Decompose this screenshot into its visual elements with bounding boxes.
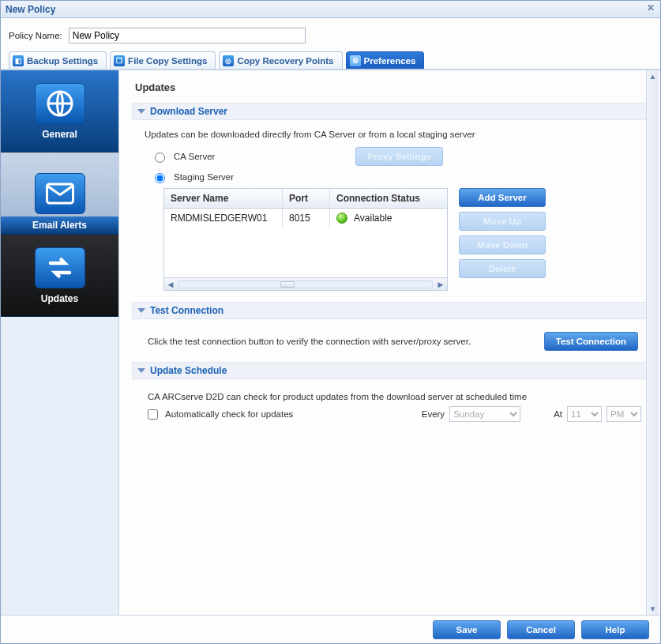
disk-icon: ◧	[13, 55, 24, 66]
tabbar: ◧ Backup Settings ❐ File Copy Settings ◎…	[1, 51, 660, 70]
scroll-down-icon[interactable]: ▼	[647, 604, 659, 613]
file-icon: ❐	[114, 55, 125, 66]
radio-staging-server[interactable]	[155, 173, 165, 183]
radio-label: Staging Server	[174, 172, 234, 182]
policy-name-row: Policy Name:	[1, 18, 660, 51]
status-ok-icon	[336, 213, 347, 224]
tab-label: Copy Recovery Points	[237, 56, 333, 66]
auto-check-updates-checkbox[interactable]	[148, 409, 158, 420]
add-server-button[interactable]: Add Server	[459, 188, 546, 207]
help-button[interactable]: Help	[581, 620, 649, 639]
tab-copy-recovery-points[interactable]: ◎ Copy Recovery Points	[219, 51, 342, 69]
scroll-right-icon[interactable]: ►	[434, 280, 447, 289]
move-up-button: Move Up	[459, 212, 546, 231]
tab-backup-settings[interactable]: ◧ Backup Settings	[9, 51, 107, 69]
table-horizontal-scrollbar[interactable]: ◄ ►	[164, 277, 447, 290]
tab-label: Preferences	[364, 56, 416, 66]
cancel-button[interactable]: Cancel	[507, 620, 575, 639]
radio-label: CA Server	[174, 152, 215, 161]
page-title: Updates	[135, 81, 648, 93]
sidebar-label: Updates	[41, 293, 78, 304]
envelope-icon	[35, 173, 85, 214]
arrows-icon	[35, 247, 85, 288]
dialog-footer: Save Cancel Help	[1, 615, 660, 643]
proxy-settings-button: Proxy Settings	[355, 147, 443, 166]
test-connection-button[interactable]: Test Connection	[544, 332, 638, 351]
collapse-icon	[137, 368, 145, 373]
table-row[interactable]: RMDMISLEDGERW01 8015 Available	[164, 209, 447, 228]
gear-icon: ⚙	[350, 55, 361, 66]
policy-name-label: Policy Name:	[9, 31, 62, 40]
vertical-scrollbar[interactable]: ▲ ▼	[646, 70, 659, 615]
section-title: Download Server	[150, 106, 227, 117]
auto-check-label: Automatically check for updates	[165, 409, 293, 419]
scroll-left-icon[interactable]: ◄	[164, 280, 177, 289]
every-label: Every	[422, 409, 445, 419]
section-title: Test Connection	[150, 305, 223, 316]
tab-label: File Copy Settings	[128, 56, 207, 66]
day-select[interactable]: Sunday	[449, 406, 520, 422]
col-port: Port	[283, 189, 330, 208]
cell-port: 8015	[283, 209, 330, 228]
section-download-server[interactable]: Download Server	[132, 103, 648, 120]
sidebar-item-updates[interactable]: Updates	[1, 235, 118, 317]
hour-select[interactable]: 11	[567, 406, 602, 422]
globe-icon	[35, 83, 85, 124]
schedule-desc: CA ARCserve D2D can check for product up…	[145, 387, 641, 401]
ampm-select[interactable]: PM	[607, 406, 641, 422]
tab-file-copy-settings[interactable]: ❐ File Copy Settings	[110, 51, 216, 69]
sidebar-item-general[interactable]: General	[1, 70, 118, 153]
col-server-name: Server Name	[164, 189, 283, 208]
sidebar-label: Email Alerts	[1, 217, 118, 234]
sidebar-label: General	[42, 129, 77, 140]
scroll-track[interactable]	[178, 281, 433, 288]
at-label: At	[554, 409, 562, 419]
titlebar: New Policy ✕	[1, 1, 660, 18]
test-desc: Click the test connection button to veri…	[148, 337, 471, 346]
section-test-connection[interactable]: Test Connection	[132, 302, 648, 319]
content-area: Updates Download Server Updates can be d…	[119, 70, 660, 615]
window-title: New Policy	[6, 4, 55, 15]
tab-label: Backup Settings	[27, 56, 98, 66]
preferences-sidebar: General Email Alerts Updates	[1, 70, 119, 615]
scroll-thumb[interactable]	[280, 281, 295, 288]
download-desc: Updates can be downloaded directly from …	[145, 130, 641, 139]
scroll-up-icon[interactable]: ▲	[647, 72, 659, 81]
collapse-icon	[137, 308, 145, 313]
section-update-schedule[interactable]: Update Schedule	[132, 362, 648, 379]
tab-preferences[interactable]: ⚙ Preferences	[346, 51, 425, 69]
cell-server-name: RMDMISLEDGERW01	[164, 209, 283, 228]
cell-status: Available	[354, 213, 392, 224]
recovery-icon: ◎	[223, 55, 234, 66]
policy-name-input[interactable]	[69, 28, 306, 43]
close-icon[interactable]: ✕	[644, 2, 657, 15]
save-button[interactable]: Save	[433, 620, 501, 639]
delete-button: Delete	[459, 259, 546, 278]
staging-servers-table: Server Name Port Connection Status RMDMI…	[163, 188, 448, 291]
collapse-icon	[137, 109, 145, 114]
move-down-button: Move Down	[459, 235, 546, 254]
radio-ca-server[interactable]	[155, 153, 165, 163]
sidebar-item-email-alerts[interactable]: Email Alerts	[1, 153, 118, 235]
col-connection-status: Connection Status	[330, 189, 447, 208]
section-title: Update Schedule	[150, 365, 227, 376]
